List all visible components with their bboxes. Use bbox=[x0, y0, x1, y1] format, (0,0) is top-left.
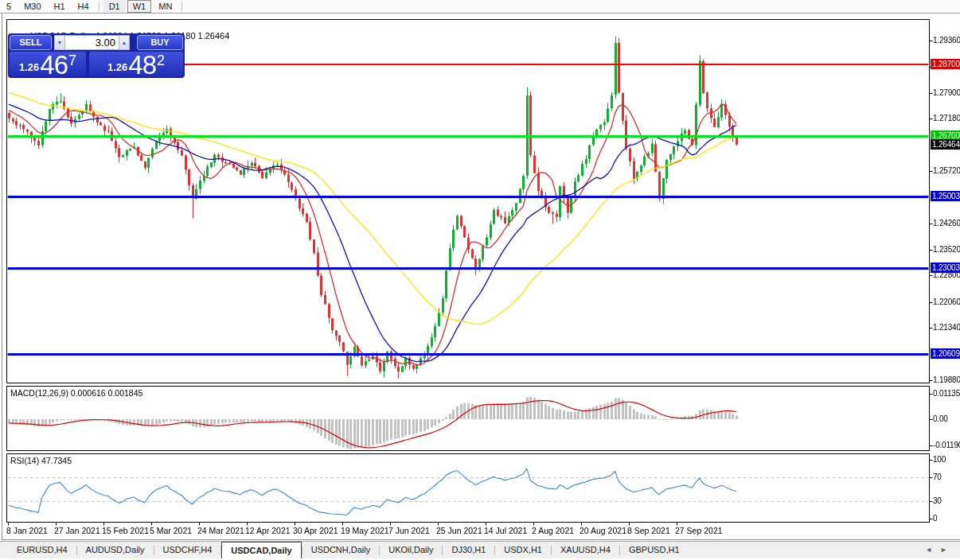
volume-input[interactable] bbox=[65, 35, 119, 50]
date-axis-label: 20 Aug 2021 bbox=[580, 526, 626, 535]
chart-tab-dj30[interactable]: DJ30,H1 bbox=[443, 542, 494, 558]
price-badge: 1.28700 bbox=[931, 59, 960, 69]
chart-tab-usdx[interactable]: USDX,H1 bbox=[495, 542, 551, 558]
sell-price-sup: 7 bbox=[68, 53, 76, 68]
axis-tick-label: 1.27180 bbox=[933, 114, 960, 122]
tab-scroll-right-icon[interactable]: ► bbox=[940, 546, 955, 554]
chart-tab-gbpusd[interactable]: GBPUSD,H1 bbox=[620, 542, 689, 558]
chart-tab-ukoil[interactable]: UKOil,Daily bbox=[380, 542, 442, 558]
chart-tab-usdchf[interactable]: USDCHF,H4 bbox=[154, 542, 221, 558]
rsi-label: RSI(14) 47.7345 bbox=[10, 456, 72, 465]
buy-price-display[interactable]: 1.26482 bbox=[89, 52, 183, 76]
chart-tab-xauusd[interactable]: XAUUSD,H4 bbox=[552, 542, 619, 558]
chart-tab-eurusd[interactable]: EURUSD,H4 bbox=[8, 542, 76, 558]
timeframe-button-mn[interactable]: MN bbox=[153, 0, 178, 13]
sell-button[interactable]: SELL bbox=[10, 35, 52, 50]
axis-tick-label: 1.19880 bbox=[933, 375, 960, 384]
price-badge: 1.20609 bbox=[931, 348, 960, 359]
volume-increase-icon[interactable]: ▲ bbox=[119, 35, 130, 50]
date-axis-label: 7 Jun 2021 bbox=[388, 526, 430, 535]
price-badge: 1.25003 bbox=[931, 191, 960, 201]
volume-stepper: ▼ ▲ bbox=[54, 35, 130, 50]
timeframe-button-m30[interactable]: M30 bbox=[18, 0, 46, 13]
date-axis-label: 12 Apr 2021 bbox=[245, 526, 291, 535]
tab-scroll-left-icon[interactable]: ◄ bbox=[925, 546, 940, 554]
price-badge: 1.26464 bbox=[931, 139, 960, 150]
date-axis-label: 25 Jun 2021 bbox=[436, 526, 482, 535]
toolbar-separator bbox=[99, 2, 100, 11]
date-axis-label: 27 Sep 2021 bbox=[675, 526, 723, 535]
timeframe-button-d1[interactable]: D1 bbox=[103, 0, 126, 13]
one-click-trade-panel: SELL ▼ ▲ BUY 1.26467 1.26482 bbox=[8, 33, 185, 78]
axis-tick-label: 1.23520 bbox=[933, 245, 960, 254]
sell-price-display[interactable]: 1.26467 bbox=[10, 52, 86, 76]
date-axis-label: 14 Jul 2021 bbox=[484, 526, 527, 535]
buy-button[interactable]: BUY bbox=[137, 35, 183, 50]
axis-tick-label: 0.01135 bbox=[933, 389, 960, 398]
date-axis-label: 24 Mar 2021 bbox=[197, 526, 244, 535]
sell-price-prefix: 1.26 bbox=[19, 61, 39, 73]
date-axis-label: 27 Jan 2021 bbox=[54, 526, 100, 535]
date-axis-label: 15 Feb 2021 bbox=[102, 526, 149, 535]
chart-tab-audusd[interactable]: AUDUSD,Daily bbox=[77, 542, 154, 558]
axis-tick-label: 1.24260 bbox=[933, 219, 960, 228]
sell-price-big: 46 bbox=[40, 54, 68, 76]
axis-tick-label: 100 bbox=[933, 455, 946, 464]
chart-tab-usdcnh[interactable]: USDCNH,Daily bbox=[302, 542, 380, 558]
timeframe-button-w1[interactable]: W1 bbox=[127, 0, 152, 13]
date-axis-label: 2 Aug 2021 bbox=[532, 526, 574, 535]
axis-tick-label: 1.21340 bbox=[933, 323, 960, 332]
buy-price-big: 48 bbox=[128, 54, 156, 76]
timeframe-button-h4[interactable]: H4 bbox=[72, 0, 95, 13]
macd-label: MACD(12,26,9) 0.000616 0.001845 bbox=[10, 388, 142, 398]
axis-tick-label: 0.00 bbox=[933, 414, 948, 423]
timeframe-button-h1[interactable]: H1 bbox=[49, 0, 71, 13]
date-axis-label: 8 Sep 2021 bbox=[627, 526, 670, 535]
axis-tick-label: 1.29360 bbox=[933, 36, 960, 45]
axis-tick-label: 30 bbox=[933, 496, 942, 505]
axis-tick-label: 1.22060 bbox=[933, 298, 960, 306]
axis-tick-label: 1.25720 bbox=[933, 166, 960, 175]
axis-tick-label: 1.27900 bbox=[933, 88, 960, 97]
timeframe-toolbar: 5M30H1H4D1W1MN bbox=[0, 0, 960, 14]
date-axis-label: 5 Mar 2021 bbox=[150, 526, 192, 535]
date-axis-label: 8 Jan 2021 bbox=[6, 526, 48, 535]
axis-tick-label: 70 bbox=[933, 472, 942, 481]
axis-tick-label: 0 bbox=[933, 514, 937, 523]
price-badge: 1.23003 bbox=[931, 262, 960, 273]
buy-price-sup: 2 bbox=[157, 53, 165, 68]
date-axis-label: 19 May 2021 bbox=[341, 526, 389, 535]
buy-price-prefix: 1.26 bbox=[107, 61, 127, 73]
timeframe-button-5[interactable]: 5 bbox=[1, 0, 17, 13]
chart-tab-bar: EURUSD,H4AUDUSD,DailyUSDCHF,H4USDCAD,Dai… bbox=[0, 541, 960, 558]
volume-decrease-icon[interactable]: ▼ bbox=[54, 35, 65, 50]
axis-tick-label: -0.01190 bbox=[933, 441, 960, 449]
chart-canvas[interactable] bbox=[0, 0, 960, 560]
chart-tab-usdcad[interactable]: USDCAD,Daily bbox=[221, 542, 301, 558]
tab-scroll-arrows: ◄► bbox=[925, 546, 955, 554]
date-axis-label: 30 Apr 2021 bbox=[293, 526, 338, 535]
mt4-workspace: 5M30H1H4D1W1MN ▲USDCAD,Daily1.26204 1.26… bbox=[0, 0, 960, 560]
toolbar-separator bbox=[181, 2, 182, 11]
